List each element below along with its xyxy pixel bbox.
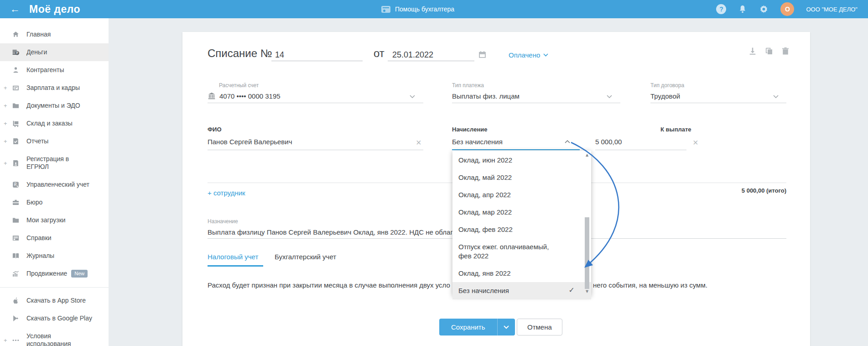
contractors-icon (10, 66, 21, 74)
copy-icon[interactable] (764, 47, 774, 56)
total-amount: 5 000,00 (итого) (742, 187, 786, 194)
calendar-icon[interactable] (478, 50, 487, 59)
sidebar-item-zhurnaly[interactable]: Журналы (0, 247, 109, 265)
delete-trash-icon[interactable] (781, 47, 790, 56)
number-underline (271, 61, 363, 61)
payment-type-value[interactable]: Выплаты физ. лицам (452, 92, 520, 100)
clear-x-icon[interactable]: × (693, 138, 698, 147)
sidebar-item-google-play[interactable]: Скачать в Google Play (0, 309, 109, 327)
dropdown-item[interactable]: Оклад, май 2022 (452, 169, 591, 186)
document-date-input[interactable]: 25.01.2022 (392, 50, 433, 60)
dropdown-item[interactable]: Оклад, мар 2022 (452, 204, 591, 221)
company-name[interactable]: ООО "МОЕ ДЕЛО" (806, 6, 858, 13)
plus-icon[interactable]: + (4, 138, 10, 145)
tab-buhgalterskiy-uchet[interactable]: Бухгалтерский учет (275, 253, 336, 261)
payout-underline (595, 150, 686, 150)
cancel-button-label: Отмена (527, 323, 552, 331)
payout-value[interactable]: 5 000,00 (595, 138, 622, 146)
scroll-down-icon[interactable]: ▼ (585, 289, 589, 294)
scroll-up-icon[interactable]: ▲ (585, 153, 589, 157)
notifications-bell-icon[interactable] (738, 5, 747, 14)
bank-icon (208, 92, 216, 100)
downloads-icon (10, 216, 21, 224)
dropdown-scrollbar[interactable]: ▲ ▼ (584, 152, 590, 294)
dropdown-item[interactable]: Оклад, апр 2022 (452, 186, 591, 204)
document-number-input[interactable]: 14 (275, 50, 284, 60)
dropdown-item[interactable]: Оклад, янв 2022 (452, 265, 591, 282)
sidebar-item-zagruzki[interactable]: Мои загрузки (0, 211, 109, 229)
certificates-icon (10, 234, 21, 242)
active-tab-underline (208, 265, 263, 267)
home-icon (10, 31, 21, 38)
accrual-underline-focused (452, 149, 580, 150)
sidebar-item-otchety[interactable]: + Отчеты (0, 132, 109, 150)
sidebar-item-kontragenty[interactable]: Контрагенты (0, 61, 109, 79)
accrual-value[interactable]: Без начисления (452, 138, 503, 146)
save-button[interactable]: Сохранить (439, 319, 515, 336)
note-text-right: него события, на меньшую из сумм. (593, 281, 707, 289)
chevron-down-icon[interactable] (410, 95, 415, 99)
app-logo[interactable]: Моё дело (29, 3, 80, 16)
promotion-icon (10, 270, 21, 278)
sidebar-item-dengi[interactable]: ₽ Деньги (0, 43, 109, 61)
journals-icon (10, 252, 21, 260)
tab-nalogovyi-uchet[interactable]: Налоговый учет (208, 253, 258, 261)
sidebar-item-usloviya[interactable]: + Условия использования (0, 327, 109, 346)
salary-icon (10, 84, 21, 92)
check-icon: ✓ (569, 286, 575, 295)
dropdown-item[interactable]: Оклад, фев 2022 (452, 221, 591, 238)
plus-icon[interactable]: + (4, 102, 10, 109)
sidebar-item-registraciya[interactable]: + Регистрация в ЕГРЮЛ (0, 150, 109, 176)
accountant-help-link[interactable]: Помощь бухгалтера (381, 0, 454, 18)
plus-icon[interactable]: + (4, 337, 10, 344)
download-icon[interactable] (748, 47, 757, 56)
clear-x-icon[interactable]: × (416, 138, 421, 147)
add-employee-link[interactable]: + сотрудник (208, 189, 245, 197)
cancel-button[interactable]: Отмена (517, 319, 562, 336)
save-options-arrow[interactable] (497, 319, 515, 336)
status-dropdown[interactable]: Оплачено (509, 51, 548, 59)
dropdown-item-selected[interactable]: Без начисления ✓ (452, 282, 591, 299)
sidebar: Главная ₽ Деньги Контрагенты + Зарплата … (0, 18, 109, 346)
documents-icon (10, 102, 21, 110)
sidebar-item-app-store[interactable]: Скачать в App Store (0, 292, 109, 309)
plus-icon[interactable]: + (4, 84, 10, 91)
back-arrow-icon[interactable]: ← (10, 4, 20, 14)
chevron-down-icon (543, 53, 548, 57)
dropdown-item[interactable]: Отпуск ежег. оплачиваемый, фев 2022 (452, 238, 579, 265)
payment-type-underline (452, 103, 620, 103)
sidebar-item-prodvizhenie[interactable]: Продвижение New (0, 265, 109, 283)
sidebar-item-spravki[interactable]: Справки (0, 229, 109, 247)
payment-type-label: Тип платежа (452, 82, 484, 89)
settings-gear-icon[interactable] (759, 5, 769, 14)
sidebar-item-byuro[interactable]: Бюро (0, 194, 109, 211)
contract-type-value[interactable]: Трудовой (650, 92, 680, 100)
chevron-down-icon[interactable] (773, 95, 779, 99)
plus-icon[interactable]: + (4, 160, 10, 167)
management-icon: ₽ (10, 181, 21, 189)
ellipsis-icon (10, 336, 21, 344)
contract-type-underline (650, 103, 786, 103)
bureau-icon (10, 199, 21, 206)
sidebar-item-zarplata[interactable]: + Зарплата и кадры (0, 79, 109, 97)
chevron-down-icon (504, 325, 509, 329)
fio-value[interactable]: Панов Сергей Валерьевич (208, 138, 292, 146)
account-value[interactable]: 4070 •••• 0000 3195 (219, 92, 281, 100)
sidebar-item-upravlencheskiy[interactable]: ₽ Управленческий учет (0, 176, 109, 194)
chevron-up-icon[interactable] (565, 140, 570, 143)
avatar[interactable]: O (780, 2, 794, 16)
new-badge: New (71, 270, 88, 278)
save-button-label: Сохранить (439, 323, 497, 331)
dropdown-item[interactable]: Оклад, июн 2022 (452, 152, 591, 169)
accountant-help-label: Помощь бухгалтера (395, 5, 454, 13)
sidebar-item-dokumenty[interactable]: + Документы и ЭДО (0, 97, 109, 115)
chevron-down-icon[interactable] (607, 95, 612, 99)
money-icon: ₽ (10, 48, 21, 56)
purpose-label: Назначение (208, 218, 238, 225)
help-icon[interactable]: ? (716, 4, 726, 14)
sidebar-item-sklad[interactable]: + Склад и заказы (0, 115, 109, 132)
scrollbar-thumb[interactable] (585, 217, 589, 289)
plus-icon[interactable]: + (4, 120, 10, 127)
purpose-value[interactable]: Выплата физлицу Панов Сергей Валерьевич … (208, 228, 453, 236)
sidebar-item-glavnaya[interactable]: Главная (0, 26, 109, 43)
